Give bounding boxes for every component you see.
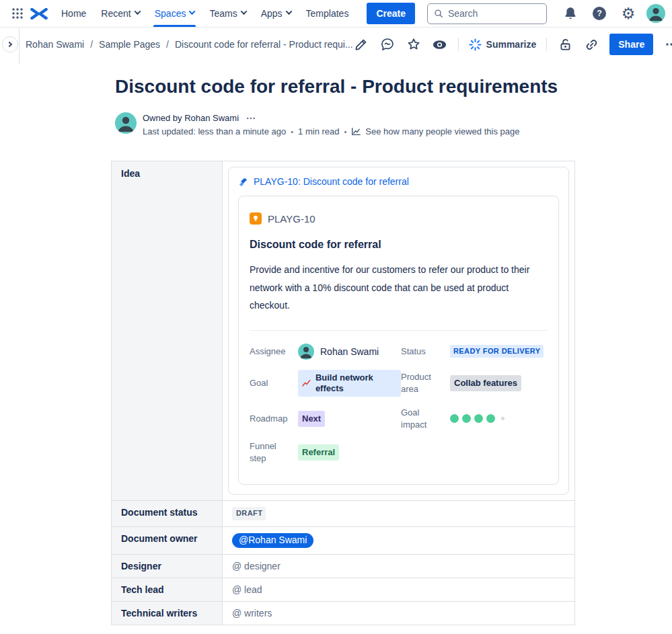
jira-embed-card: PLAYG-10: Discount code for referral PLA… [228, 167, 569, 495]
toolbar-divider [546, 38, 547, 51]
nav-label: Templates [306, 8, 349, 19]
breadcrumb-separator: / [166, 39, 169, 50]
app-switcher-button[interactable] [7, 3, 28, 24]
nav-item-spaces[interactable]: Spaces [147, 0, 202, 27]
breadcrumb: Rohan Swami / Sample Pages / Discount co… [26, 39, 353, 50]
field-label-roadmap: Roadmap [250, 413, 298, 425]
breadcrumb-separator: / [90, 39, 93, 50]
analytics-chart-icon [351, 127, 361, 136]
field-label-funnel-step: Funnel step [250, 440, 298, 464]
goal-tag-label: Build network effects [315, 372, 397, 395]
primary-nav: Home Recent Spaces Teams Apps Templates [54, 0, 356, 27]
row-value-idea: PLAYG-10: Discount code for referral PLA… [223, 161, 575, 501]
read-time-text: 1 min read [298, 126, 339, 136]
funnel-step-tag: Referral [298, 444, 339, 461]
field-label-product-area: Product area [401, 371, 450, 395]
impact-dot-filled [474, 414, 483, 423]
breadcrumb-item-parent[interactable]: Sample Pages [99, 39, 160, 50]
chevron-down-icon [134, 8, 141, 15]
page-actions: Summarize Share [353, 34, 672, 55]
settings-button[interactable]: ⚙ [618, 3, 639, 24]
watch-button[interactable] [432, 36, 448, 52]
issue-key-row: PLAYG-10 [250, 212, 548, 225]
summarize-button[interactable]: Summarize [469, 38, 537, 51]
nav-label: Teams [209, 8, 237, 19]
nav-item-home[interactable]: Home [54, 0, 94, 27]
search-box[interactable] [427, 3, 547, 24]
jira-issue-link-label: PLAYG-10: Discount code for referral [254, 176, 409, 187]
status-lozenge: READY FOR DELIVERY [450, 345, 544, 358]
edit-button[interactable] [353, 36, 369, 52]
roadmap-tag: Next [298, 411, 325, 427]
more-icon [246, 114, 256, 123]
eye-icon [432, 37, 447, 52]
favorite-button[interactable] [406, 36, 422, 52]
row-label: Document owner [112, 526, 223, 554]
svg-text:?: ? [597, 9, 602, 18]
issue-key[interactable]: PLAYG-10 [268, 213, 315, 225]
more-actions-button[interactable] [663, 36, 672, 52]
field-label-assignee: Assignee [250, 346, 298, 358]
sidebar-rail-divider [19, 28, 20, 65]
nav-label: Home [61, 8, 86, 19]
summarize-label: Summarize [486, 39, 537, 50]
table-row-document-owner: Document owner @Rohan Swami [112, 526, 575, 554]
page-views-label: See how many people viewed this page [365, 126, 519, 136]
impact-dot-filled [450, 414, 459, 423]
issue-description: Provide and incentive for our customers … [250, 261, 548, 315]
row-label: Tech lead [112, 578, 223, 601]
profile-button[interactable] [646, 4, 665, 23]
pencil-icon [354, 38, 368, 52]
more-icon [665, 38, 672, 51]
help-icon: ? [591, 5, 607, 22]
impact-dot-empty [501, 417, 505, 420]
confluence-logo[interactable] [28, 3, 50, 24]
page-views-link[interactable]: See how many people viewed this page [351, 126, 519, 136]
chevron-right-icon [7, 42, 12, 47]
share-button[interactable]: Share [609, 34, 653, 55]
comment-icon [380, 37, 395, 52]
goal-tag: Build network effects [298, 370, 401, 397]
copy-link-button[interactable] [583, 36, 599, 52]
byline: Owned by Rohan Swami Last updated: less … [115, 112, 575, 136]
product-area-tag: Collab features [450, 375, 521, 391]
toolbar-divider [458, 38, 459, 51]
trend-chart-icon [302, 379, 311, 387]
breadcrumb-item-space[interactable]: Rohan Swami [26, 39, 84, 50]
notifications-button[interactable] [560, 3, 581, 24]
document-status-lozenge: DRAFT [232, 507, 266, 520]
table-row-idea: Idea PLAYG-10: Discount code for referra… [112, 161, 575, 501]
owner-mention-pill[interactable]: @Rohan Swami [232, 533, 313, 548]
properties-table: Idea PLAYG-10: Discount code for referra… [111, 161, 575, 625]
owned-by-text: Owned by Rohan Swami [143, 113, 239, 123]
jira-issue-link[interactable]: PLAYG-10: Discount code for referral [238, 176, 559, 187]
nav-label: Recent [101, 8, 130, 19]
nav-item-teams[interactable]: Teams [202, 0, 253, 27]
ai-sparkle-icon [469, 38, 482, 51]
nav-item-apps[interactable]: Apps [254, 0, 299, 27]
nav-item-recent[interactable]: Recent [94, 0, 147, 27]
help-button[interactable]: ? [589, 3, 610, 24]
row-label-idea: Idea [112, 161, 223, 501]
nav-label: Spaces [155, 8, 186, 19]
nav-item-templates[interactable]: Templates [299, 0, 357, 27]
table-row-designer: Designer @ designer [112, 554, 575, 578]
field-label-status: Status [401, 346, 450, 358]
owner-avatar[interactable] [115, 112, 137, 134]
field-label-goal: Goal [250, 377, 298, 389]
breadcrumb-item-current[interactable]: Discount code for referral - Product req… [175, 39, 353, 50]
chevron-down-icon [189, 8, 196, 15]
row-label: Designer [112, 554, 223, 578]
field-value-assignee: Rohan Swami [298, 344, 401, 360]
tech-lead-placeholder-text: @ lead [228, 584, 262, 595]
create-button[interactable]: Create [367, 3, 415, 24]
restrictions-button[interactable] [557, 36, 573, 52]
owner-more-button[interactable] [245, 114, 257, 123]
inline-comment-button[interactable] [379, 36, 396, 52]
search-icon [434, 8, 443, 19]
expand-sidebar-button[interactable] [2, 36, 18, 52]
gear-icon: ⚙ [622, 6, 636, 22]
search-input[interactable] [448, 8, 540, 19]
user-avatar [646, 4, 665, 23]
goal-impact-dots [450, 414, 505, 423]
